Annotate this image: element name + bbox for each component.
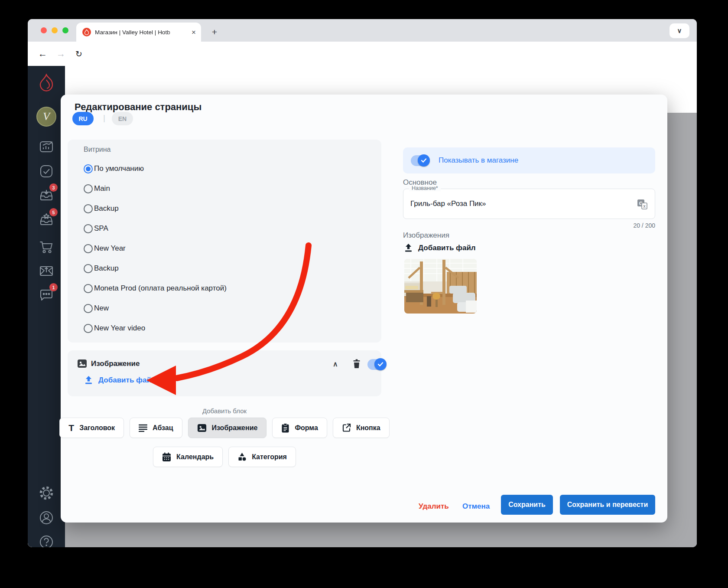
tab-strip: Магазин | Valley Hotel | Hotb × + ∨ <box>28 19 697 42</box>
image-block-card: Изображение ∧ Добавить файл <box>68 350 381 396</box>
sidebar-item-analytics[interactable] <box>28 138 65 155</box>
delete-button[interactable]: Удалить <box>419 502 449 511</box>
name-field-label: Название* <box>409 185 441 191</box>
button-link-icon <box>342 423 351 432</box>
tab-search-button[interactable]: ∨ <box>670 23 689 38</box>
block-button-category[interactable]: Категория <box>228 447 296 467</box>
radio-icon[interactable] <box>84 164 93 173</box>
app-sidebar: V 3 5 <box>28 66 65 547</box>
heading-icon: T <box>68 423 74 433</box>
storefront-option-backup-2[interactable]: Backup <box>84 258 373 278</box>
sidebar-item-tasks[interactable] <box>28 163 65 180</box>
tab-close-icon[interactable]: × <box>192 29 196 36</box>
sidebar-item-help[interactable] <box>28 533 65 547</box>
browser-window: Магазин | Valley Hotel | Hotb × + ∨ ← → … <box>28 19 697 547</box>
upload-icon <box>404 243 413 252</box>
image-icon <box>197 423 207 433</box>
category-shapes-icon <box>237 452 247 461</box>
images-section-label: Изображения <box>403 231 449 240</box>
add-block-label: Добавить блок <box>68 407 381 415</box>
radio-icon[interactable] <box>84 304 93 313</box>
property-avatar[interactable]: V <box>28 107 65 127</box>
sidebar-item-inbox[interactable]: 3 <box>28 186 65 205</box>
radio-icon[interactable] <box>84 224 93 233</box>
translate-icon[interactable]: Gx <box>637 199 648 210</box>
modal-title: Редактирование страницы <box>75 101 202 113</box>
show-in-shop-toggle[interactable] <box>411 155 429 166</box>
cancel-button[interactable]: Отмена <box>462 502 490 511</box>
lang-tab-en[interactable]: EN <box>112 112 133 125</box>
sidebar-item-shop[interactable] <box>28 238 65 256</box>
storefront-option-new-year[interactable]: New Year <box>84 238 373 258</box>
forward-button[interactable]: → <box>56 42 65 66</box>
image-block-toggle[interactable] <box>367 359 386 370</box>
storefront-card: Витрина По умолчанию Main Backup SPA <box>68 140 381 343</box>
hotbot-favicon-icon <box>82 28 91 36</box>
upload-icon <box>84 376 93 385</box>
storefront-option-default[interactable]: По умолчанию <box>84 159 373 179</box>
block-button-calendar[interactable]: Календарь <box>153 447 223 467</box>
sidebar-item-mailing[interactable] <box>28 262 65 280</box>
storefront-option-new[interactable]: New <box>84 298 373 318</box>
block-button-image[interactable]: Изображение <box>188 418 267 438</box>
storefront-option-spa[interactable]: SPA <box>84 219 373 238</box>
lang-divider: | <box>103 113 105 123</box>
delete-block-trash-icon[interactable] <box>352 359 361 369</box>
lang-tab-ru[interactable]: RU <box>72 112 94 125</box>
name-field[interactable]: Название* Гриль-бар «Роза Пик» Gx <box>403 189 655 219</box>
radio-icon[interactable] <box>84 184 93 193</box>
close-window-button[interactable] <box>41 27 47 33</box>
browser-tab[interactable]: Магазин | Valley Hotel | Hotb × <box>76 23 201 42</box>
char-counter: 20 / 200 <box>403 222 655 229</box>
hotbot-logo-flame-icon <box>28 74 65 93</box>
collapse-chevron-icon[interactable]: ∧ <box>333 360 338 368</box>
new-tab-button[interactable]: + <box>208 26 221 39</box>
block-button-heading[interactable]: T Заголовок <box>59 418 124 438</box>
radio-icon[interactable] <box>84 264 93 273</box>
zoom-window-button[interactable] <box>62 27 68 33</box>
reload-button[interactable]: ↻ <box>75 42 82 66</box>
svg-text:x: x <box>643 204 646 209</box>
show-in-shop-label: Показывать в магазине <box>439 156 518 165</box>
block-button-button[interactable]: Кнопка <box>333 418 390 438</box>
paragraph-icon <box>139 424 147 432</box>
storefront-option-main[interactable]: Main <box>84 179 373 199</box>
block-button-form[interactable]: Форма <box>272 418 327 438</box>
restaurant-photo-thumbnail[interactable] <box>404 259 477 314</box>
block-button-paragraph[interactable]: Абзац <box>130 418 182 438</box>
radio-icon[interactable] <box>84 204 93 213</box>
sidebar-item-profile[interactable] <box>28 509 65 526</box>
image-block-title: Изображение <box>91 359 140 368</box>
storefront-label: Витрина <box>84 146 111 154</box>
tab-title: Магазин | Valley Hotel | Hotb <box>95 29 180 36</box>
edit-page-modal: Редактирование страницы RU | EN Витрина … <box>61 95 667 523</box>
save-button[interactable]: Сохранить <box>501 495 553 515</box>
sidebar-item-chats[interactable]: 1 <box>28 286 65 304</box>
calendar-icon <box>162 452 171 462</box>
browser-toolbar: ← → ↻ my.hotbot.ai/properties/65f2c01f38… <box>28 42 697 66</box>
name-field-value[interactable]: Гриль-бар «Роза Пик» <box>410 199 486 208</box>
add-image-file-button[interactable]: Добавить файл <box>404 243 476 252</box>
form-clipboard-icon <box>281 423 289 433</box>
image-icon <box>77 359 87 369</box>
save-and-translate-button[interactable]: Сохранить и перевести <box>560 495 655 515</box>
inbox-badge: 3 <box>49 183 58 192</box>
radio-icon[interactable] <box>84 244 93 253</box>
storefront-option-moneta-prod[interactable]: Moneta Prod (оплата реальной картой) <box>84 278 373 298</box>
sidebar-item-loyalty[interactable]: 5 <box>28 211 65 229</box>
show-in-shop-banner: Показывать в магазине <box>403 147 655 173</box>
loyalty-badge: 5 <box>49 208 58 216</box>
back-button[interactable]: ← <box>38 42 47 66</box>
radio-icon[interactable] <box>84 284 93 293</box>
chat-badge: 1 <box>49 283 58 291</box>
sidebar-item-settings[interactable] <box>28 485 65 501</box>
add-file-link[interactable]: Добавить файл <box>84 376 156 385</box>
storefront-option-backup[interactable]: Backup <box>84 199 373 219</box>
radio-icon[interactable] <box>84 324 93 333</box>
minimize-window-button[interactable] <box>52 27 58 33</box>
storefront-option-new-year-video[interactable]: New Year video <box>84 318 373 338</box>
